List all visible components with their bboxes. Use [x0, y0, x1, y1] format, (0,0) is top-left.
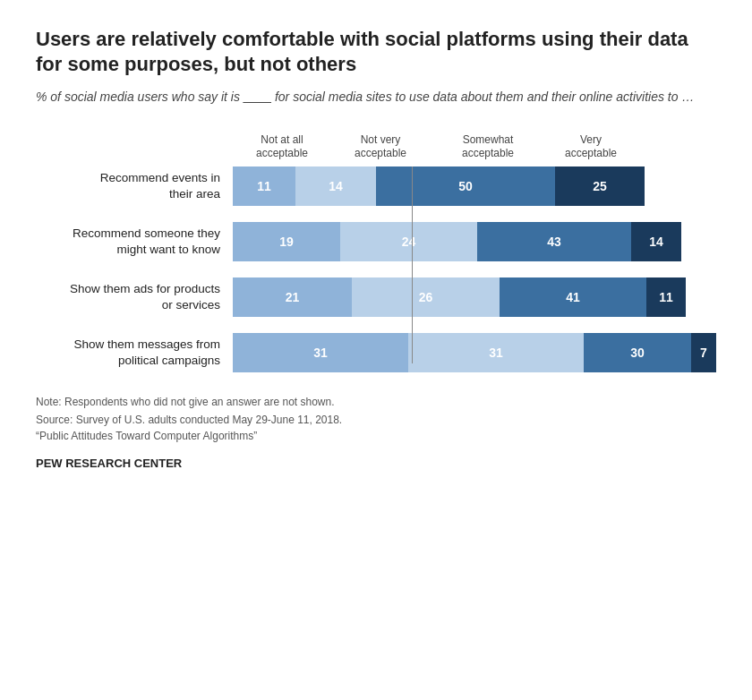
bar-group-1: 11 14 50 25 [233, 166, 645, 206]
bar-segment-notvery-4: 31 [408, 333, 584, 372]
row-label-4: Show them messages frompolitical campaig… [36, 337, 233, 368]
bar-segment-very-1: 25 [555, 166, 645, 206]
bar-group-3: 21 26 41 11 [233, 277, 686, 317]
col-header-4: Veryacceptable [546, 133, 636, 161]
bar-segment-notall-1: 11 [233, 166, 295, 206]
bar-segment-very-3: 11 [646, 277, 686, 317]
bar-segment-very-2: 14 [631, 222, 681, 261]
bar-segment-notall-3: 21 [233, 277, 352, 317]
row-label-2: Recommend someone theymight want to know [36, 226, 233, 257]
chart-title: Users are relatively comfortable with so… [36, 27, 716, 76]
source-text: Source: Survey of U.S. adults conducted … [36, 412, 716, 428]
column-headers: Not at allacceptable Not veryacceptable … [233, 133, 716, 161]
bar-group-2: 19 24 43 14 [233, 222, 681, 261]
chart-subtitle: % of social media users who say it is __… [36, 89, 716, 107]
bar-segment-notvery-2: 24 [340, 222, 477, 261]
chart-area: Not at allacceptable Not veryacceptable … [36, 133, 716, 372]
col-header-1: Not at allacceptable [233, 133, 331, 161]
pew-label: PEW RESEARCH CENTER [36, 457, 716, 470]
bar-segment-very-4: 7 [691, 333, 716, 372]
table-row: Recommend events intheir area 11 14 50 2… [36, 166, 716, 206]
chart-rows: Recommend events intheir area 11 14 50 2… [36, 166, 716, 372]
bar-segment-notall-4: 31 [233, 333, 408, 372]
publication-text: “Public Attitudes Toward Computer Algori… [36, 428, 716, 444]
table-row: Recommend someone theymight want to know… [36, 222, 716, 261]
row-label-3: Show them ads for productsor services [36, 281, 233, 312]
col-header-2: Not veryacceptable [331, 133, 430, 161]
bar-segment-notvery-3: 26 [352, 277, 500, 317]
bar-segment-somewhat-1: 50 [376, 166, 555, 206]
bar-group-4: 31 31 30 7 [233, 333, 716, 372]
note-section: Note: Respondents who did not give an an… [36, 394, 716, 444]
bar-segment-somewhat-2: 43 [477, 222, 631, 261]
row-label-1: Recommend events intheir area [36, 170, 233, 201]
bar-segment-somewhat-3: 41 [500, 277, 646, 317]
bar-segment-notall-2: 19 [233, 222, 340, 261]
table-row: Show them ads for productsor services 21… [36, 277, 716, 317]
note-text: Note: Respondents who did not give an an… [36, 394, 716, 410]
table-row: Show them messages frompolitical campaig… [36, 333, 716, 372]
bar-segment-notvery-1: 14 [295, 166, 376, 206]
col-header-3: Somewhatacceptable [430, 133, 546, 161]
page-container: Users are relatively comfortable with so… [36, 27, 716, 470]
bar-segment-somewhat-4: 30 [584, 333, 691, 372]
